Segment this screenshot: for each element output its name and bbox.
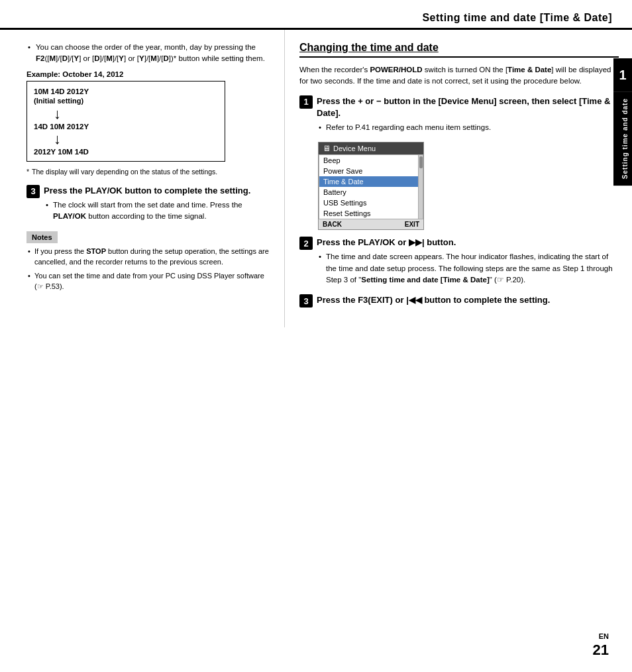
setting-tab-label: Setting time and date [613,91,632,186]
menu-item-time-date[interactable]: Time & Date [319,176,423,187]
note-2: You can set the time and date from your … [26,270,270,292]
device-menu-body: Beep Power Save Time & Date Battery USB … [319,154,423,219]
asterisk-note: *The display will vary depending on the … [26,167,270,177]
menu-item-power-save[interactable]: Power Save [319,166,423,176]
step-1-bullet: Refer to P.41 regarding each menu item s… [317,122,619,133]
step-1-number: 1 [299,95,313,109]
arrow-2: ↓ [54,131,218,148]
device-menu-screenshot: 🖥 Device Menu Beep Power Save Time & Dat… [318,142,424,230]
notes-label: Notes [26,231,58,243]
step-3-right-number: 3 [299,294,313,308]
step-3-number: 3 [26,185,40,198]
menu-item-reset-settings[interactable]: Reset Settings [319,208,423,219]
menu-item-beep[interactable]: Beep [319,155,423,166]
step-3-title: Press the PLAY/OK button to complete the… [44,185,270,197]
back-label: BACK [323,221,342,228]
right-column: Changing the time and date When the reco… [285,30,632,327]
arrow-1: ↓ [54,105,218,123]
note-1: If you press the STOP button during the … [26,246,270,268]
main-content: You can choose the order of the year, mo… [0,30,632,327]
page-title: Setting time and date [Time & Date] [20,12,612,24]
step-3-right-title: Press the F3(EXIT) or |◀◀ button to comp… [317,294,619,306]
menu-item-usb-settings[interactable]: USB Settings [319,197,423,208]
section-heading: Changing the time and date [299,42,619,58]
example-label: Example: October 14, 2012 [26,70,270,78]
section-number-tab: 1 [613,58,632,91]
left-column: You can choose the order of the year, mo… [0,30,285,327]
exit-label: EXIT [405,221,419,228]
step-3-right-content: Press the F3(EXIT) or |◀◀ button to comp… [317,294,619,309]
step-2-title: Press the PLAY/OK or ▶▶| button. [317,237,619,249]
step-3-content: Press the PLAY/OK button to complete the… [44,185,270,225]
example-initial: 10M 14D 2012Y (Initial setting) [34,87,218,105]
right-step-3: 3 Press the F3(EXIT) or |◀◀ button to co… [299,294,619,309]
section-intro: When the recorder's POWER/HOLD switch is… [299,64,619,87]
menu-item-battery[interactable]: Battery [319,187,423,197]
step-2-content: Press the PLAY/OK or ▶▶| button. The tim… [317,237,619,288]
monitor-icon: 🖥 [323,144,331,153]
notes-content: If you press the STOP button during the … [26,246,270,292]
example-box: 10M 14D 2012Y (Initial setting) ↓ 14D 10… [26,81,225,162]
device-menu-header: 🖥 Device Menu [319,142,423,154]
step-1-content: Press the + or − button in the [Device M… [317,95,619,136]
page-number: 21 [593,642,609,659]
notes-section: Notes If you press the STOP button durin… [26,231,270,292]
step-3-bullet: The clock will start from the set date a… [44,199,270,223]
right-step-2: 2 Press the PLAY/OK or ▶▶| button. The t… [299,237,619,288]
example-line2: 14D 10M 2012Y [34,123,218,131]
page-footer: EN 21 [593,632,609,659]
scrollbar[interactable] [418,155,423,219]
en-label: EN [599,632,609,640]
top-bullet-1: You can choose the order of the year, mo… [26,42,270,65]
example-line3: 2012Y 10M 14D [34,148,218,156]
right-step-1: 1 Press the + or − button in the [Device… [299,95,619,136]
device-menu-footer: BACK EXIT [319,219,423,229]
step-2-bullet: The time and date screen appears. The ho… [317,251,619,286]
step-2-number: 2 [299,237,313,250]
page-header: Setting time and date [Time & Date] [0,0,632,30]
step-1-title: Press the + or − button in the [Device M… [317,95,619,119]
scrollbar-thumb [419,156,423,168]
left-step-3: 3 Press the PLAY/OK button to complete t… [26,185,270,225]
